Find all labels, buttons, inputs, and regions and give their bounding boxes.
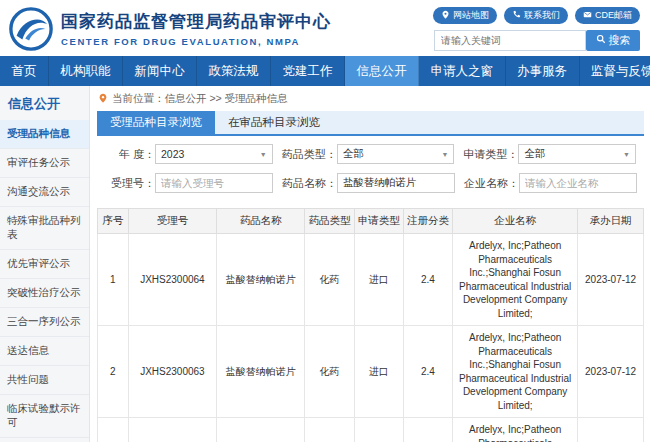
- nav-item-news[interactable]: 新闻中心: [123, 56, 197, 86]
- cell-reg-class: 2.4: [403, 234, 452, 326]
- nav-item-policies[interactable]: 政策法规: [197, 56, 271, 86]
- sidebar-item-communication[interactable]: 沟通交流公示: [0, 178, 89, 207]
- sidebar-item-breakthrough-therapy[interactable]: 突破性治疗公示: [0, 279, 89, 308]
- col-header-drug-type: 药品类型: [305, 209, 354, 234]
- sidebar-title: 信息公开: [0, 86, 89, 120]
- sidebar: 信息公开 受理品种信息 审评任务公示 沟通交流公示 特殊审批品种列表 优先审评公…: [0, 86, 90, 442]
- page: 国家药品监督管理局药品审评中心 CENTER FOR DRUG EVALUATI…: [0, 0, 650, 442]
- cell-drug-name: 盐酸替纳帕诺片: [217, 418, 305, 442]
- cell-drug-type: 化药: [305, 418, 354, 442]
- col-header-apply-type: 申请类型: [354, 209, 403, 234]
- cell-drug-type: 化药: [305, 234, 354, 326]
- accept-no-label: 受理号：: [97, 176, 155, 191]
- drug-type-select-value: 全部: [343, 147, 364, 161]
- site-titles: 国家药品监督管理局药品审评中心 CENTER FOR DRUG EVALUATI…: [61, 10, 331, 47]
- col-header-company: 企业名称: [453, 209, 578, 234]
- filter-row-1: 年 度： 2023 ▼ 药品类型： 全部 ▼ 申请类型： 全部 ▼: [97, 144, 642, 164]
- cell-reg-class: 2.4: [403, 418, 452, 442]
- results-table: 序号 受理号 药品名称 药品类型 申请类型 注册分类 企业名称 承办日期 1 J…: [97, 208, 644, 442]
- cell-drug-name: 盐酸替纳帕诺片: [217, 234, 305, 326]
- location-pin-icon: [441, 10, 450, 21]
- col-header-date: 承办日期: [578, 209, 644, 234]
- table-row: 2 JXHS2300063 盐酸替纳帕诺片 化药 进口 2.4 Ardelyx,…: [98, 326, 644, 418]
- cell-index: 1: [98, 234, 129, 326]
- company-input[interactable]: [519, 173, 637, 193]
- sidebar-item-common-issues[interactable]: 共性问题: [0, 366, 89, 395]
- chevron-down-icon: ▼: [623, 151, 630, 158]
- phone-icon: [512, 10, 521, 21]
- cell-date: 2023-07-12: [578, 234, 644, 326]
- search-bar: 搜索: [434, 30, 640, 51]
- nav-item-party[interactable]: 党建工作: [271, 56, 345, 86]
- header-links: 网站地图 联系我们 CDE邮箱: [433, 7, 640, 24]
- cell-company: Ardelyx, Inc;Patheon Pharmaceuticals Inc…: [453, 326, 578, 418]
- mailbox-link[interactable]: CDE邮箱: [575, 7, 640, 24]
- sidebar-item-clinical-trial-license[interactable]: 临床试验默示许可: [0, 395, 89, 438]
- drug-name-input[interactable]: [337, 173, 455, 193]
- nav-item-applicant-window[interactable]: 申请人之窗: [419, 56, 506, 86]
- breadcrumb-pin-icon: [98, 93, 108, 105]
- accept-no-input[interactable]: [155, 173, 273, 193]
- nav-item-services[interactable]: 办事服务: [506, 56, 580, 86]
- cell-accept-no: JXHS2300062: [128, 418, 216, 442]
- chevron-down-icon: ▼: [260, 151, 267, 158]
- year-label: 年 度：: [97, 147, 155, 162]
- drug-name-label: 药品名称：: [279, 176, 337, 191]
- mail-icon: [583, 10, 592, 21]
- col-header-reg-class: 注册分类: [403, 209, 452, 234]
- search-button-label: 搜索: [609, 33, 631, 48]
- sidebar-item-three-in-one[interactable]: 三合一序列公示: [0, 308, 89, 337]
- nav-item-home[interactable]: 首页: [0, 56, 49, 86]
- contact-label: 联系我们: [524, 9, 560, 22]
- site-subtitle: CENTER FOR DRUG EVALUATION, NMPA: [61, 36, 331, 47]
- cell-index: 2: [98, 326, 129, 418]
- apply-type-label: 申请类型：: [460, 147, 518, 162]
- col-header-accept-no: 受理号: [128, 209, 216, 234]
- cell-company: Ardelyx, Inc;Patheon Pharmaceuticals Inc…: [453, 234, 578, 326]
- cell-date: 2023-07-12: [578, 326, 644, 418]
- cell-apply-type: 进口: [354, 418, 403, 442]
- sidebar-item-review-tasks[interactable]: 审评任务公示: [0, 149, 89, 178]
- search-input[interactable]: [434, 30, 586, 51]
- cell-accept-no: JXHS2300064: [128, 234, 216, 326]
- search-icon: [596, 34, 606, 46]
- cell-drug-name: 盐酸替纳帕诺片: [217, 326, 305, 418]
- sitemap-label: 网站地图: [453, 9, 489, 22]
- cell-apply-type: 进口: [354, 326, 403, 418]
- header: 国家药品监督管理局药品审评中心 CENTER FOR DRUG EVALUATI…: [0, 0, 650, 56]
- cell-drug-type: 化药: [305, 326, 354, 418]
- apply-type-select-value: 全部: [524, 147, 545, 161]
- sidebar-item-special-approval[interactable]: 特殊审批品种列表: [0, 207, 89, 250]
- breadcrumb: 当前位置：信息公开 >> 受理品种信息: [97, 89, 644, 111]
- sidebar-item-marketed-drugs[interactable]: 上市药品信息: [0, 438, 89, 442]
- content: 信息公开 受理品种信息 审评任务公示 沟通交流公示 特殊审批品种列表 优先审评公…: [0, 86, 650, 442]
- drug-type-select[interactable]: 全部 ▼: [337, 144, 455, 164]
- sidebar-item-priority-review[interactable]: 优先审评公示: [0, 250, 89, 279]
- nav-item-supervision[interactable]: 监督与反馈: [580, 56, 650, 86]
- col-header-index: 序号: [98, 209, 129, 234]
- cde-logo: [8, 6, 54, 52]
- sidebar-item-delivery-info[interactable]: 送达信息: [0, 337, 89, 366]
- main-nav: 首页 机构职能 新闻中心 政策法规 党建工作 信息公开 申请人之窗 办事服务 监…: [0, 56, 650, 86]
- year-select-value: 2023: [161, 148, 184, 160]
- tab-under-review-catalog[interactable]: 在审品种目录浏览: [215, 111, 333, 134]
- tab-accepted-catalog[interactable]: 受理品种目录浏览: [97, 111, 215, 134]
- breadcrumb-text: 当前位置：信息公开 >> 受理品种信息: [112, 92, 288, 106]
- main-panel: 当前位置：信息公开 >> 受理品种信息 受理品种目录浏览 在审品种目录浏览 年 …: [90, 86, 650, 442]
- search-button[interactable]: 搜索: [586, 30, 640, 51]
- contact-link[interactable]: 联系我们: [504, 7, 568, 24]
- sidebar-item-accepted-varieties[interactable]: 受理品种信息: [0, 120, 89, 149]
- filter-row-2: 受理号： 药品名称： 企业名称： 查询: [97, 172, 642, 194]
- tab-bar: 受理品种目录浏览 在审品种目录浏览: [97, 111, 644, 136]
- apply-type-select[interactable]: 全部 ▼: [518, 144, 636, 164]
- drug-type-label: 药品类型：: [279, 147, 337, 162]
- nav-item-info-disclosure[interactable]: 信息公开: [345, 56, 419, 86]
- nav-item-functions[interactable]: 机构职能: [49, 56, 123, 86]
- filter-form: 年 度： 2023 ▼ 药品类型： 全部 ▼ 申请类型： 全部 ▼: [97, 136, 644, 208]
- cell-reg-class: 2.4: [403, 326, 452, 418]
- table-row: 1 JXHS2300064 盐酸替纳帕诺片 化药 进口 2.4 Ardelyx,…: [98, 234, 644, 326]
- cell-index: 3: [98, 418, 129, 442]
- table-header-row: 序号 受理号 药品名称 药品类型 申请类型 注册分类 企业名称 承办日期: [98, 209, 644, 234]
- sitemap-link[interactable]: 网站地图: [433, 7, 497, 24]
- year-select[interactable]: 2023 ▼: [155, 144, 273, 164]
